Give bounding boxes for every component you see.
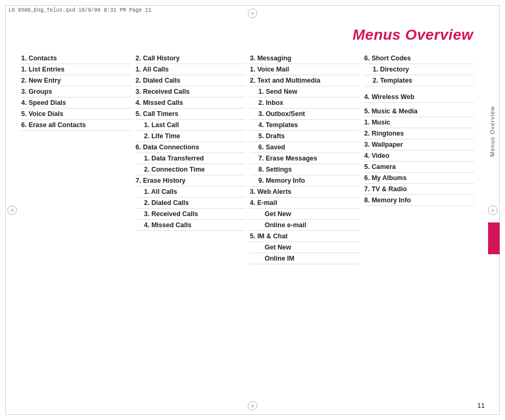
item-camera: 5. Camera [364,162,474,173]
item-life-time: 2. Life Time [136,131,246,142]
item-tv-radio: 7. TV & Radio [364,184,474,195]
column-messaging: 3. Messaging 1. Voice Mail 2. Text and M… [250,53,364,388]
item-memory-info: 8. Memory Info [364,195,474,206]
item-saved: 6. Saved [250,142,360,153]
item-memory-info-msg: 9. Memory Info [250,175,360,186]
page-number: 11 [477,401,485,409]
item-my-albums: 6. My Albums [364,173,474,184]
item-video: 4. Video [364,150,474,162]
item-email: 4. E-mail [250,198,360,209]
target-top [248,8,257,18]
item-online-im: Online IM [250,253,360,264]
item-all-calls: 1. All Calls [136,64,246,75]
item-settings: 8. Settings [250,164,360,175]
item-new-entry: 2. New Entry [21,75,131,86]
section-music-media: 5. Music & Media [364,106,474,117]
section-wireless-web: 4. Wireless Web [364,92,474,103]
item-groups: 3. Groups [21,86,131,97]
item-im-chat: 5. IM & Chat [250,231,360,242]
sidebar-bar [488,222,500,254]
column-contacts: 1. Contacts 1. List Entries 2. New Entry… [21,53,136,388]
item-ringtones: 2. Ringtones [364,128,474,139]
item-get-new-im: Get New [250,242,360,253]
target-right [488,205,498,215]
column-misc: 6. Short Codes 1. Directory 2. Templates… [364,53,479,388]
item-voice-mail: 1. Voice Mail [250,64,360,75]
item-data-transferred: 1. Data Transferred [136,153,246,164]
item-text-multimedia: 2. Text and Multimedia [250,75,360,86]
item-inbox: 2. Inbox [250,97,360,109]
item-get-new-email: Get New [250,209,360,220]
item-templates: 4. Templates [250,120,360,131]
target-bottom [248,401,257,410]
item-music: 1. Music [364,117,474,128]
target-left [7,205,17,215]
column-call-history: 2. Call History 1. All Calls 2. Dialed C… [136,53,250,388]
item-connection-time: 2. Connection Time [136,164,246,175]
item-missed-calls: 4. Missed Calls [136,97,246,109]
item-directory: 1. Directory [364,64,474,75]
item-outbox-sent: 3. Outbox/Sent [250,109,360,120]
item-speed-dials: 4. Speed Dials [21,97,131,109]
item-erase-received-calls: 3. Received Calls [136,209,246,220]
item-send-new: 1. Send New [250,86,360,97]
section-messaging: 3. Messaging [250,53,360,64]
item-erase-all-calls: 1. All Calls [136,186,246,198]
item-drafts: 5. Drafts [250,131,360,142]
section-short-codes: 6. Short Codes [364,53,474,64]
item-web-alerts: 3. Web Alerts [250,186,360,198]
item-call-timers: 5. Call Timers [136,109,246,120]
sidebar-label: Menus Overview [489,106,495,157]
page-title: Menus Overview [353,26,473,43]
item-list-entries: 1. List Entries [21,64,131,75]
item-online-email: Online e-mail [250,220,360,231]
file-label: LG 8500_Eng_Telus.qxd 10/9/06 8:31 PM Pa… [8,7,151,13]
item-templates-sc: 2. Templates [364,75,474,86]
item-erase-missed-calls: 4. Missed Calls [136,220,246,231]
item-received-calls: 3. Received Calls [136,86,246,97]
item-dialed-calls: 2. Dialed Calls [136,75,246,86]
item-erase-messages: 7. Erase Messages [250,153,360,164]
section-call-history: 2. Call History [136,53,246,64]
content-area: 1. Contacts 1. List Entries 2. New Entry… [21,53,479,388]
item-wallpaper: 3. Wallpaper [364,139,474,150]
section-contacts: 1. Contacts [21,53,131,64]
item-voice-dials: 5. Voice Dials [21,109,131,120]
item-erase-history: 7. Erase History [136,175,246,186]
item-erase-dialed-calls: 2. Dialed Calls [136,198,246,209]
item-erase-contacts: 6. Erase all Contacts [21,120,131,131]
item-last-call: 1. Last Call [136,120,246,131]
item-data-connections: 6. Data Connections [136,142,246,153]
